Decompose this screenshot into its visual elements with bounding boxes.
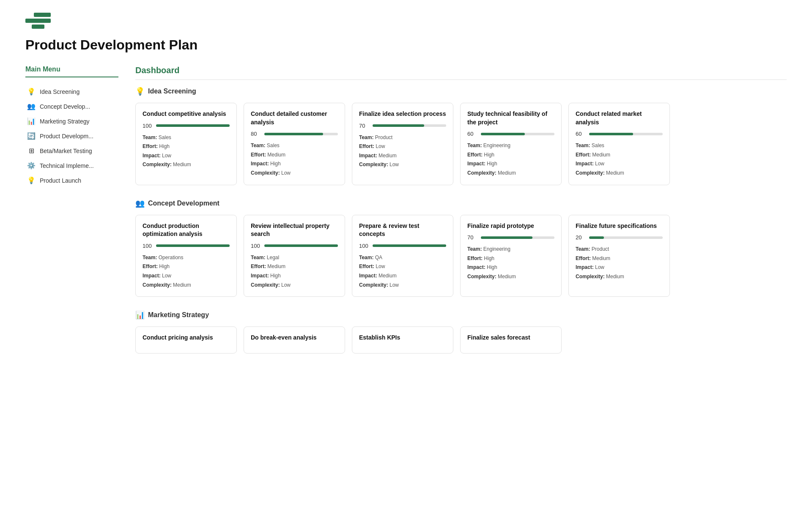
progress-row: 60 xyxy=(576,131,663,137)
task-card[interactable]: Conduct production optimization analysis… xyxy=(135,215,237,297)
progress-row: 100 xyxy=(251,243,338,249)
progress-bar-fill xyxy=(264,133,323,135)
card-title: Prepare & review test concepts xyxy=(359,222,446,238)
sidebar-item-concept-development[interactable]: 👥 Concept Develop... xyxy=(25,99,118,114)
card-meta: Team: Legal Effort: Medium Impact: High … xyxy=(251,253,338,290)
progress-bar-bg xyxy=(264,244,338,247)
task-card[interactable]: Conduct pricing analysis xyxy=(135,326,237,354)
progress-row: 80 xyxy=(251,131,338,137)
logo-bar-2 xyxy=(25,19,51,23)
progress-bar-fill xyxy=(156,124,230,127)
sidebar-item-technical-implementation[interactable]: ⚙️ Technical Impleme... xyxy=(25,158,118,173)
card-title: Conduct pricing analysis xyxy=(143,334,230,342)
main-content: Dashboard 💡 Idea Screening Conduct compe… xyxy=(135,66,787,367)
task-card[interactable]: Conduct competitive analysis 100 Team: S… xyxy=(135,103,237,185)
sidebar: Main Menu 💡 Idea Screening 👥 Concept Dev… xyxy=(25,66,118,367)
section-header-marketing-strategy: 📊 Marketing Strategy xyxy=(135,310,787,320)
cards-grid-concept-development: Conduct production optimization analysis… xyxy=(135,215,787,297)
card-meta: Team: QA Effort: Low Impact: Medium Comp… xyxy=(359,253,446,290)
concept-development-icon: 👥 xyxy=(27,102,36,110)
cards-grid-marketing-strategy: Conduct pricing analysis Do break-even a… xyxy=(135,326,787,354)
sidebar-title: Main Menu xyxy=(25,66,118,77)
section-header-concept-development: 👥 Concept Development xyxy=(135,199,787,208)
concept-development-section-icon: 👥 xyxy=(135,199,145,208)
logo-bar-3 xyxy=(32,25,44,29)
progress-value: 100 xyxy=(251,243,261,249)
progress-row: 60 xyxy=(467,131,554,137)
progress-row: 100 xyxy=(143,123,230,129)
section-label: Marketing Strategy xyxy=(148,311,209,319)
logo-bar-1 xyxy=(34,13,51,17)
progress-bar-fill xyxy=(589,236,604,239)
card-meta: Team: Engineering Effort: High Impact: H… xyxy=(467,245,554,281)
progress-value: 70 xyxy=(359,123,369,129)
product-development-icon: 🔄 xyxy=(27,132,36,140)
card-meta: Team: Engineering Effort: High Impact: H… xyxy=(467,141,554,178)
sidebar-item-idea-screening[interactable]: 💡 Idea Screening xyxy=(25,84,118,99)
section-marketing-strategy: 📊 Marketing Strategy Conduct pricing ana… xyxy=(135,310,787,354)
card-title: Establish KPIs xyxy=(359,334,446,342)
card-title: Finalize rapid prototype xyxy=(467,222,554,230)
progress-bar-fill xyxy=(373,244,446,247)
card-title: Conduct competitive analysis xyxy=(143,110,230,118)
sidebar-item-label: Product Developm... xyxy=(40,133,93,140)
page-title: Product Development Plan xyxy=(25,37,787,53)
task-card[interactable]: Do break-even analysis xyxy=(244,326,345,354)
card-title: Conduct production optimization analysis xyxy=(143,222,230,238)
product-launch-icon: 💡 xyxy=(27,176,36,184)
task-card[interactable]: Study technical feasibility of the proje… xyxy=(460,103,562,185)
card-title: Review intellectual property search xyxy=(251,222,338,238)
progress-bar-fill xyxy=(589,133,633,135)
task-card[interactable]: Finalize idea selection process 70 Team:… xyxy=(352,103,453,185)
progress-bar-bg xyxy=(156,124,230,127)
card-meta: Team: Product Effort: Medium Impact: Low… xyxy=(576,245,663,281)
card-title: Finalize sales forecast xyxy=(467,334,554,342)
task-card[interactable]: Finalize future specifications 20 Team: … xyxy=(568,215,670,297)
progress-row: 20 xyxy=(576,234,663,241)
sidebar-item-label: Technical Impleme... xyxy=(40,162,94,169)
task-card[interactable]: Conduct detailed customer analysis 80 Te… xyxy=(244,103,345,185)
progress-value: 20 xyxy=(576,234,586,241)
section-concept-development: 👥 Concept Development Conduct production… xyxy=(135,199,787,297)
cards-grid-idea-screening: Conduct competitive analysis 100 Team: S… xyxy=(135,103,787,185)
card-title: Do break-even analysis xyxy=(251,334,338,342)
task-card[interactable]: Finalize rapid prototype 70 Team: Engine… xyxy=(460,215,562,297)
task-card[interactable]: Finalize sales forecast xyxy=(460,326,562,354)
progress-bar-fill xyxy=(373,124,424,127)
task-card[interactable]: Prepare & review test concepts 100 Team:… xyxy=(352,215,453,297)
marketing-strategy-icon: 📊 xyxy=(27,117,36,125)
card-title: Finalize future specifications xyxy=(576,222,663,230)
task-card[interactable]: Conduct related market analysis 60 Team:… xyxy=(568,103,670,185)
marketing-strategy-section-icon: 📊 xyxy=(135,310,145,320)
progress-value: 80 xyxy=(251,131,261,137)
progress-value: 70 xyxy=(467,234,477,241)
section-idea-screening: 💡 Idea Screening Conduct competitive ana… xyxy=(135,87,787,185)
section-header-idea-screening: 💡 Idea Screening xyxy=(135,87,787,96)
card-meta: Team: Sales Effort: Medium Impact: Low C… xyxy=(576,141,663,178)
card-meta: Team: Sales Effort: Medium Impact: High … xyxy=(251,141,338,178)
card-meta: Team: Product Effort: Low Impact: Medium… xyxy=(359,133,446,170)
sidebar-item-product-development[interactable]: 🔄 Product Developm... xyxy=(25,129,118,143)
sidebar-item-label: Beta/Market Testing xyxy=(40,148,92,154)
progress-bar-bg xyxy=(481,236,554,239)
progress-bar-fill xyxy=(264,244,338,247)
progress-row: 100 xyxy=(143,243,230,249)
progress-bar-bg xyxy=(156,244,230,247)
sidebar-item-product-launch[interactable]: 💡 Product Launch xyxy=(25,173,118,188)
sidebar-item-label: Product Launch xyxy=(40,177,81,184)
card-meta: Team: Sales Effort: High Impact: Low Com… xyxy=(143,133,230,170)
task-card[interactable]: Review intellectual property search 100 … xyxy=(244,215,345,297)
progress-value: 100 xyxy=(359,243,369,249)
progress-bar-bg xyxy=(264,133,338,135)
idea-screening-section-icon: 💡 xyxy=(135,87,145,96)
card-title: Study technical feasibility of the proje… xyxy=(467,110,554,126)
sidebar-item-beta-testing[interactable]: ⊞ Beta/Market Testing xyxy=(25,143,118,158)
progress-row: 100 xyxy=(359,243,446,249)
progress-row: 70 xyxy=(467,234,554,241)
task-card[interactable]: Establish KPIs xyxy=(352,326,453,354)
card-title: Conduct detailed customer analysis xyxy=(251,110,338,126)
progress-value: 100 xyxy=(143,123,153,129)
progress-row: 70 xyxy=(359,123,446,129)
technical-implementation-icon: ⚙️ xyxy=(27,162,36,170)
sidebar-item-marketing-strategy[interactable]: 📊 Marketing Strategy xyxy=(25,114,118,129)
